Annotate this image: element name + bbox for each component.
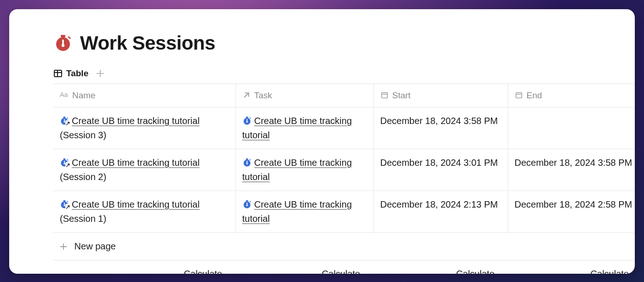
- cell-start[interactable]: December 18, 2024 3:01 PM: [374, 149, 508, 191]
- row-name-suffix: (Session 3): [60, 130, 106, 140]
- svg-rect-15: [516, 93, 522, 98]
- table-row[interactable]: ↗Create UB time tracking tutorial (Sessi…: [53, 191, 635, 233]
- svg-rect-38: [249, 159, 251, 160]
- row-name-link: Create UB time tracking tutorial: [72, 116, 200, 126]
- cell-end[interactable]: [508, 107, 635, 149]
- column-header-task[interactable]: Task: [236, 84, 374, 107]
- calculate-start[interactable]: Calculate⌄: [374, 260, 508, 274]
- svg-point-52: [246, 205, 247, 206]
- table-row[interactable]: ↗Create UB time tracking tutorial (Sessi…: [53, 107, 635, 149]
- table-header-row: Aa Name Task: [53, 84, 635, 107]
- chevron-down-icon: ⌄: [630, 271, 635, 274]
- date-property-icon: [515, 91, 523, 99]
- new-page-row[interactable]: New page: [53, 233, 635, 260]
- tab-table-label: Table: [66, 68, 88, 79]
- cell-end[interactable]: December 18, 2024 2:58 PM: [508, 191, 635, 233]
- row-name-suffix: (Session 2): [60, 172, 106, 182]
- calculate-name[interactable]: Calculate⌄: [53, 260, 236, 274]
- svg-rect-13: [381, 93, 387, 98]
- cell-end[interactable]: December 18, 2024 3:58 PM: [508, 149, 635, 191]
- column-header-end[interactable]: End: [508, 84, 635, 107]
- chevron-down-icon: ⌄: [362, 271, 367, 274]
- task-link-text: Create UB time tracking tutorial: [242, 158, 352, 182]
- stopwatch-icon: [53, 34, 73, 53]
- svg-text:Aa: Aa: [60, 91, 68, 98]
- row-name-link: Create UB time tracking tutorial: [72, 199, 200, 209]
- column-header-name[interactable]: Aa Name: [53, 84, 236, 107]
- add-view-button[interactable]: [95, 68, 106, 79]
- cell-task[interactable]: Create UB time tracking tutorial: [236, 149, 374, 191]
- row-name-link: Create UB time tracking tutorial: [72, 158, 200, 168]
- svg-rect-32: [67, 159, 69, 160]
- task-link-text: Create UB time tracking tutorial: [242, 199, 352, 224]
- svg-rect-25: [247, 118, 247, 118]
- svg-rect-49: [247, 201, 247, 202]
- svg-rect-3: [68, 36, 71, 39]
- database-table: Aa Name Task: [53, 84, 635, 274]
- task-page-icon: [242, 116, 252, 125]
- view-tabs: Table: [53, 68, 635, 84]
- chevron-down-icon: ⌄: [496, 271, 501, 274]
- chevron-down-icon: ⌄: [224, 271, 229, 274]
- session-page-icon: ↗: [60, 158, 70, 167]
- session-page-icon: ↗: [60, 116, 70, 125]
- page-title: Work Sessions: [80, 32, 215, 54]
- svg-point-40: [246, 163, 247, 164]
- text-property-icon: Aa: [60, 90, 69, 99]
- cell-task[interactable]: Create UB time tracking tutorial: [236, 107, 374, 149]
- svg-rect-37: [247, 159, 247, 160]
- svg-rect-31: [64, 159, 65, 160]
- svg-line-12: [244, 93, 248, 97]
- svg-rect-20: [67, 117, 69, 118]
- svg-point-28: [246, 121, 247, 123]
- cell-start[interactable]: December 18, 2024 2:13 PM: [374, 191, 508, 233]
- task-page-icon: [242, 200, 252, 209]
- column-header-start[interactable]: Start: [374, 84, 508, 107]
- svg-rect-43: [64, 201, 65, 202]
- table-view-icon: [53, 69, 63, 78]
- cell-start[interactable]: December 18, 2024 3:58 PM: [374, 107, 508, 149]
- svg-rect-2: [63, 36, 64, 38]
- calculate-end[interactable]: Calculate⌄: [508, 260, 635, 274]
- calculate-row: Calculate⌄ Calculate⌄ Calculate⌄ Calcula…: [53, 260, 635, 274]
- svg-point-5: [62, 44, 64, 47]
- cell-task[interactable]: Create UB time tracking tutorial: [236, 191, 374, 233]
- session-page-icon: ↗: [60, 200, 70, 209]
- page-content: Work Sessions Table: [9, 32, 635, 274]
- tab-table[interactable]: Table: [53, 68, 88, 79]
- task-page-icon: [242, 158, 252, 167]
- plus-icon: [60, 241, 70, 251]
- app-window: Work Sessions Table: [9, 9, 635, 274]
- row-name-suffix: (Session 1): [60, 214, 106, 224]
- svg-rect-26: [249, 117, 251, 118]
- task-link-text: Create UB time tracking tutorial: [242, 116, 352, 140]
- new-page-label: New page: [75, 241, 116, 251]
- svg-rect-19: [64, 118, 65, 118]
- svg-rect-50: [249, 201, 251, 202]
- cell-name[interactable]: ↗Create UB time tracking tutorial (Sessi…: [53, 107, 236, 149]
- calculate-task[interactable]: Calculate⌄: [236, 260, 374, 274]
- table-row[interactable]: ↗Create UB time tracking tutorial (Sessi…: [53, 149, 635, 191]
- relation-property-icon: [242, 91, 251, 99]
- page-header: Work Sessions: [53, 32, 635, 54]
- svg-rect-44: [67, 201, 69, 202]
- date-property-icon: [380, 91, 389, 99]
- cell-name[interactable]: ↗Create UB time tracking tutorial (Sessi…: [53, 191, 236, 233]
- cell-name[interactable]: ↗Create UB time tracking tutorial (Sessi…: [53, 149, 236, 191]
